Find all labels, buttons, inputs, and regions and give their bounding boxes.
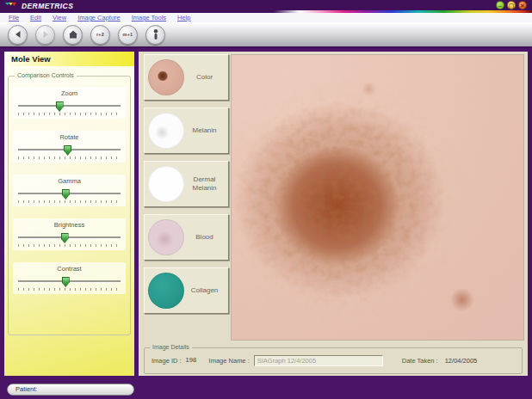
slider-rotate: Rotate (13, 131, 126, 163)
slider-zoom-label: Zoom (18, 89, 121, 97)
back-arrow-icon (13, 29, 23, 40)
slider-gamma-label: Gamma (18, 177, 121, 185)
home-icon (68, 29, 78, 40)
collagen-thumbnail-icon (148, 273, 184, 309)
close-button[interactable]: ✕ (518, 1, 527, 9)
slider-rotate-label: Rotate (18, 133, 121, 141)
slider-rotate-ticks (18, 157, 121, 159)
person-icon (151, 28, 161, 40)
menu-edit[interactable]: Edit (30, 14, 41, 21)
slider-zoom-track[interactable] (18, 101, 121, 111)
main-area: Mole View Comparison Controls Zoom Rotat… (0, 48, 532, 381)
mode-button-dermal-melanin[interactable]: Dermal Melanin (144, 161, 229, 207)
slider-contrast-track[interactable] (18, 276, 121, 286)
mode-label-dermal-melanin: Dermal Melanin (184, 175, 225, 193)
image-details-label: Image Details (150, 344, 192, 350)
slider-zoom-ticks (18, 113, 121, 115)
image-name-label: Image Name : (209, 357, 250, 365)
date-taken-label: Date Taken : (402, 357, 438, 365)
mode-button-color[interactable]: Color (144, 54, 229, 101)
dermal-melanin-thumbnail-icon (148, 166, 184, 202)
mole-view-panel: Mole View Comparison Controls Zoom Rotat… (4, 52, 134, 376)
slider-brightness: Brightness (13, 218, 126, 250)
compare-forward-icon: r+2 (96, 32, 104, 37)
slider-rotate-thumb[interactable] (64, 145, 71, 156)
slider-gamma-thumb[interactable] (62, 189, 70, 200)
forward-arrow-icon (40, 29, 51, 40)
slider-contrast-thumb[interactable] (62, 277, 70, 287)
slider-contrast-ticks (18, 288, 121, 291)
mode-label-color: Color (184, 73, 225, 82)
dermoscopy-image (231, 54, 524, 341)
menu-help[interactable]: Help (177, 14, 190, 21)
back-button[interactable] (8, 25, 28, 45)
title-bar: DERMETRICS – ▢ ✕ (0, 0, 532, 13)
menu-image-capture[interactable]: Image Capture (77, 14, 121, 21)
slider-contrast-label: Contrast (18, 265, 121, 273)
slider-brightness-ticks (18, 244, 121, 247)
slider-gamma-track[interactable] (18, 188, 121, 199)
menu-bar: File Edit View Image Capture Image Tools… (0, 13, 532, 22)
mode-button-collagen[interactable]: Collagen (144, 267, 229, 314)
slider-contrast: Contrast (13, 262, 126, 294)
mode-button-blood[interactable]: Blood (144, 214, 229, 261)
mode-button-melanin[interactable]: Melanin (144, 107, 229, 154)
slider-gamma-ticks (18, 200, 121, 203)
slider-brightness-label: Brightness (18, 221, 121, 229)
app-title: DERMETRICS (22, 2, 73, 10)
home-button[interactable] (63, 25, 83, 45)
minimize-button[interactable]: – (496, 1, 504, 9)
compare-back-icon: m+1 (123, 32, 133, 37)
view-mode-list: Color Melanin Dermal Melanin Blood Colla… (144, 54, 229, 321)
app-window: DERMETRICS – ▢ ✕ File Edit View Image Ca… (0, 0, 532, 399)
menu-view[interactable]: View (53, 14, 66, 21)
menu-file[interactable]: File (9, 14, 19, 21)
comparison-controls-label: Comparison Controls (15, 72, 77, 78)
patient-status: Patient: (7, 384, 134, 396)
patient-button[interactable] (145, 25, 165, 45)
image-id-label: Image ID : (152, 357, 182, 365)
compare-forward-button[interactable]: r+2 (90, 25, 110, 45)
tool-bar: r+2 m+1 (0, 22, 532, 48)
image-name-input[interactable] (254, 355, 383, 366)
menu-image-tools[interactable]: Image Tools (132, 14, 166, 21)
forward-button[interactable] (35, 25, 55, 45)
comparison-controls-group: Comparison Controls Zoom Rotate (8, 76, 131, 335)
color-thumbnail-icon (148, 59, 184, 95)
image-details-group: Image Details Image ID : 198 Image Name … (144, 347, 523, 374)
melanin-thumbnail-icon (148, 113, 184, 149)
status-bar: Patient: (0, 381, 532, 399)
maximize-button[interactable]: ▢ (507, 1, 516, 9)
slider-zoom-thumb[interactable] (56, 101, 64, 112)
slider-gamma: Gamma (13, 175, 126, 206)
compare-back-button[interactable]: m+1 (118, 25, 138, 45)
slider-brightness-thumb[interactable] (61, 233, 69, 243)
image-view-panel: Color Melanin Dermal Melanin Blood Colla… (139, 52, 528, 376)
slider-zoom: Zoom (13, 87, 126, 119)
mode-label-collagen: Collagen (184, 286, 225, 295)
date-taken-value: 12/04/2005 (445, 357, 478, 365)
dermetrics-logo-icon (5, 2, 19, 9)
mode-label-melanin: Melanin (184, 126, 225, 135)
blood-thumbnail-icon (148, 219, 184, 255)
slider-brightness-track[interactable] (18, 232, 121, 242)
mode-label-blood: Blood (184, 233, 225, 242)
slider-rotate-track[interactable] (18, 144, 121, 155)
image-id-value: 198 (186, 357, 197, 365)
panel-title: Mole View (4, 52, 134, 66)
